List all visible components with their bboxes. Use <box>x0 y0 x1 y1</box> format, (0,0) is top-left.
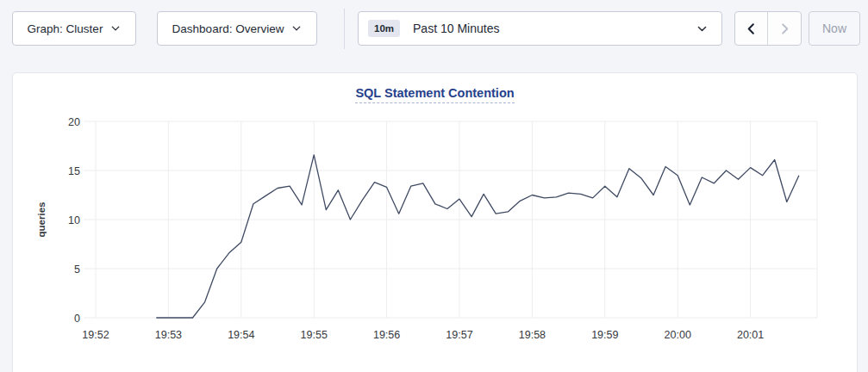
time-step-buttons <box>734 11 802 46</box>
svg-text:19:58: 19:58 <box>519 329 546 341</box>
graph-dropdown-label: Graph: Cluster <box>28 22 103 35</box>
data-line-queries <box>156 155 799 318</box>
y-axis-label: queries <box>36 202 47 238</box>
svg-text:19:56: 19:56 <box>373 329 400 341</box>
dashboard-dropdown[interactable]: Dashboard: Overview <box>157 11 317 46</box>
svg-text:20:00: 20:00 <box>665 329 691 341</box>
svg-text:19:55: 19:55 <box>301 329 328 341</box>
divider <box>344 9 345 49</box>
svg-text:19:52: 19:52 <box>82 329 109 341</box>
gridlines <box>84 121 817 318</box>
controls-bar: Graph: Cluster Dashboard: Overview 10m P… <box>0 0 868 60</box>
time-range-badge: 10m <box>368 20 400 37</box>
svg-text:20: 20 <box>68 116 80 128</box>
now-button[interactable]: Now <box>809 11 860 46</box>
prev-range-button[interactable] <box>735 12 768 45</box>
svg-text:19:53: 19:53 <box>155 329 182 341</box>
chart-card: SQL Statement Contention 0510152019:5219… <box>12 72 858 372</box>
chevron-down-icon <box>110 23 121 34</box>
svg-text:19:59: 19:59 <box>591 329 618 341</box>
svg-text:15: 15 <box>68 165 80 177</box>
now-button-label: Now <box>822 22 846 35</box>
x-axis-ticks: 19:5219:5319:5419:5519:5619:5719:5819:59… <box>82 329 764 341</box>
svg-text:0: 0 <box>74 313 80 325</box>
svg-text:19:57: 19:57 <box>446 329 472 341</box>
y-axis-ticks: 05101520 <box>68 116 80 325</box>
chevron-down-icon <box>696 23 708 34</box>
graph-dropdown[interactable]: Graph: Cluster <box>12 11 136 46</box>
svg-text:20:01: 20:01 <box>737 329 764 341</box>
chevron-down-icon <box>291 23 302 34</box>
svg-text:10: 10 <box>68 214 80 226</box>
contention-chart-svg[interactable]: 0510152019:5219:5319:5419:5519:5619:5719… <box>13 73 859 372</box>
time-range-picker[interactable]: 10m Past 10 Minutes <box>358 11 722 46</box>
chevron-right-icon <box>778 22 791 35</box>
dashboard-dropdown-label: Dashboard: Overview <box>172 22 284 35</box>
svg-text:5: 5 <box>74 264 80 276</box>
next-range-button[interactable] <box>768 12 801 45</box>
svg-text:19:54: 19:54 <box>228 329 254 341</box>
time-range-label: Past 10 Minutes <box>413 22 499 35</box>
chevron-left-icon <box>745 22 758 35</box>
